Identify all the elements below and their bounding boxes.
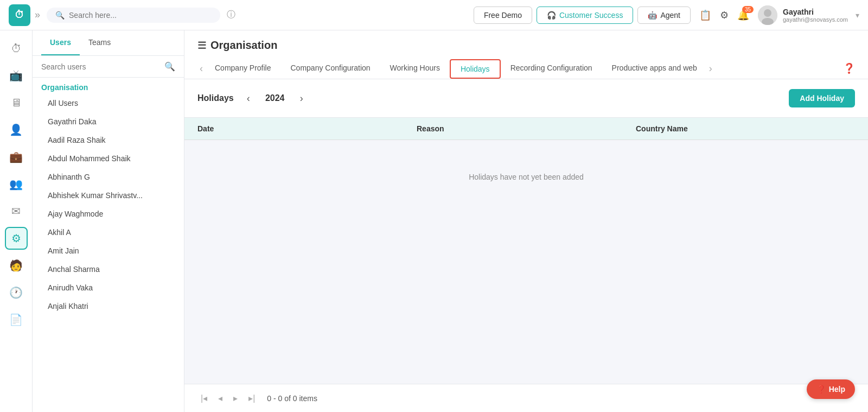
list-item[interactable]: Amit Jain [33, 242, 184, 260]
notification-icon[interactable]: 🔔35 [737, 9, 749, 21]
sidebar-item-user[interactable]: 👤 [5, 118, 28, 141]
pagination-first-button[interactable]: |◂ [197, 392, 210, 404]
tab-teams[interactable]: Teams [80, 30, 119, 55]
tab-prev-icon[interactable]: ‹ [197, 63, 205, 74]
pagination-prev-button[interactable]: ◂ [215, 392, 226, 404]
free-demo-button[interactable]: Free Demo [474, 7, 532, 24]
pagination-info: 0 - 0 of 0 items [267, 394, 317, 403]
sidebar-item-users[interactable]: 👥 [5, 173, 28, 195]
pagination-last-button[interactable]: ▸| [245, 392, 258, 404]
all-users-item[interactable]: All Users [33, 94, 184, 112]
chevron-down-icon: ▾ [856, 11, 859, 20]
org-title: ☰ Organisation [197, 39, 855, 52]
add-holiday-button[interactable]: Add Holiday [789, 89, 855, 107]
pagination-next-button[interactable]: ▸ [230, 392, 241, 404]
users-search[interactable]: 🔍 [33, 56, 184, 78]
list-item[interactable]: Ajay Waghmode [33, 205, 184, 223]
user-email: gayathri@snovasys.com [783, 16, 848, 23]
list-item[interactable]: Gayathri Daka [33, 112, 184, 131]
tab-recording-configuration[interactable]: Recording Configuration [501, 58, 602, 79]
tab-next-icon[interactable]: › [707, 63, 714, 74]
list-item[interactable]: Anjali Khatri [33, 297, 184, 315]
document-icon[interactable]: 📋 [699, 9, 711, 21]
holidays-title: Holidays [197, 93, 234, 103]
col-country: Country Name [636, 124, 855, 133]
info-icon[interactable]: ⓘ [227, 9, 235, 21]
user-menu[interactable]: Gayathri gayathri@snovasys.com ▾ [758, 5, 859, 25]
table-empty-message: Holidays have not yet been added [184, 140, 868, 214]
org-tabs: ‹ Company Profile Company Configuration … [197, 58, 855, 79]
settings-icon[interactable]: ⚙ [720, 9, 729, 21]
users-panel-tabs: Users Teams [33, 30, 184, 56]
notification-badge: 35 [742, 6, 754, 13]
global-search[interactable]: 🔍 [47, 8, 220, 23]
holidays-table: Date Reason Country Name Holidays have n… [184, 118, 868, 384]
sidebar-item-briefcase[interactable]: 💼 [5, 145, 28, 168]
main-content: ☰ Organisation ‹ Company Profile Company… [184, 30, 868, 412]
search-input[interactable] [69, 11, 212, 20]
users-list: Organisation All Users Gayathri Daka Aad… [33, 78, 184, 412]
holidays-header: Holidays ‹ 2024 › Add Holiday [184, 79, 868, 118]
customer-success-button[interactable]: 🎧 Customer Success [537, 7, 633, 24]
sidebar-item-monitor[interactable]: 🖥 [5, 91, 28, 114]
topnav: ⏱ » 🔍 ⓘ Free Demo 🎧 Customer Success 🤖 A… [0, 0, 868, 30]
help-circle-icon[interactable]: ❓ [843, 62, 855, 74]
search-icon: 🔍 [164, 61, 175, 72]
list-item[interactable]: Abhishek Kumar Shrivastv... [33, 186, 184, 205]
main-layout: ⏱ 📺 🖥 👤 💼 👥 ✉ ⚙ 🧑 🕐 📄 Users Teams 🔍 Orga… [0, 30, 868, 412]
list-item[interactable]: Anirudh Vaka [33, 278, 184, 297]
sidebar-item-tv[interactable]: 📺 [5, 64, 28, 87]
sidebar-item-dashboard[interactable]: ⏱ [5, 37, 28, 60]
tab-working-hours[interactable]: Working Hours [380, 58, 450, 79]
year-next-button[interactable]: › [300, 93, 303, 104]
sidebar-item-mail[interactable]: ✉ [5, 200, 28, 223]
more-icon[interactable]: » [35, 9, 40, 21]
holidays-section: Holidays ‹ 2024 › Add Holiday Date Reaso… [184, 79, 868, 412]
agent-button[interactable]: 🤖 Agent [637, 7, 691, 24]
topnav-icons: 📋 ⚙ 🔔35 [699, 9, 749, 21]
tab-holidays[interactable]: Holidays [450, 59, 501, 79]
year-nav: ‹ 2024 › [247, 93, 303, 104]
menu-icon: ☰ [197, 40, 206, 52]
list-item[interactable]: Abhinanth G [33, 168, 184, 186]
list-item[interactable]: Akhil A [33, 223, 184, 242]
list-item[interactable]: Abdul Mohammed Shaik [33, 149, 184, 168]
col-date: Date [197, 124, 417, 133]
sidebar-item-settings[interactable]: ⚙ [5, 227, 28, 250]
org-header: ☰ Organisation ‹ Company Profile Company… [184, 30, 868, 79]
search-icon: 🔍 [55, 11, 65, 20]
help-button[interactable]: ❓ Help [807, 379, 855, 399]
year-display: 2024 [259, 93, 291, 103]
help-icon: ❓ [816, 385, 826, 394]
list-item[interactable]: Aadil Raza Shaik [33, 131, 184, 149]
pagination: |◂ ◂ ▸ ▸| 0 - 0 of 0 items [184, 384, 868, 412]
organisation-group[interactable]: Organisation [33, 78, 184, 94]
user-info: Gayathri gayathri@snovasys.com [783, 8, 848, 23]
app-logo[interactable]: ⏱ [9, 4, 30, 26]
table-header: Date Reason Country Name [184, 118, 868, 140]
list-item[interactable]: Anchal Sharma [33, 260, 184, 278]
username: Gayathri [783, 8, 848, 16]
tab-users[interactable]: Users [41, 30, 80, 55]
sidebar-item-person[interactable]: 🧑 [5, 254, 28, 277]
year-prev-button[interactable]: ‹ [247, 93, 250, 104]
icon-sidebar: ⏱ 📺 🖥 👤 💼 👥 ✉ ⚙ 🧑 🕐 📄 [0, 30, 33, 412]
svg-point-1 [764, 9, 771, 17]
users-panel: Users Teams 🔍 Organisation All Users Gay… [33, 30, 184, 412]
sidebar-item-file[interactable]: 📄 [5, 308, 28, 331]
tab-productive-apps[interactable]: Productive apps and web [602, 58, 707, 79]
headset-icon: 🎧 [547, 11, 556, 20]
tab-company-profile[interactable]: Company Profile [205, 58, 281, 79]
tab-company-configuration[interactable]: Company Configuration [281, 58, 380, 79]
avatar [758, 5, 777, 25]
search-users-input[interactable] [41, 62, 160, 71]
sidebar-item-clock[interactable]: 🕐 [5, 281, 28, 304]
col-reason: Reason [417, 124, 636, 133]
agent-icon: 🤖 [648, 11, 657, 20]
